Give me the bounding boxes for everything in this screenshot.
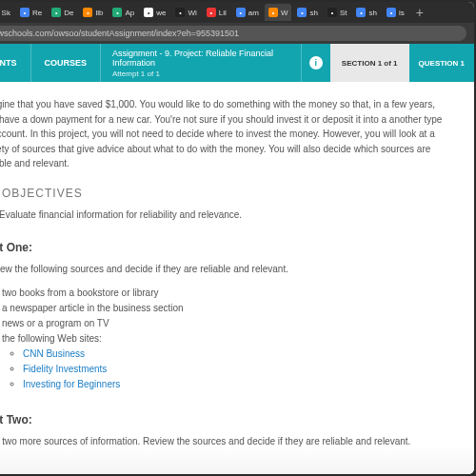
browser-tab[interactable]: •sh (293, 4, 321, 21)
nav-courses[interactable]: COURSES (31, 44, 102, 82)
browser-tab[interactable]: •W (265, 4, 292, 21)
info-button[interactable]: i (302, 44, 330, 82)
part-two-heading: Part Two: (0, 413, 446, 426)
list-item: two books from a bookstore or library (2, 286, 446, 301)
favicon-icon: • (112, 8, 122, 17)
tab-label: W (281, 9, 288, 17)
new-tab-button[interactable]: + (410, 5, 429, 20)
tab-label: Wi (188, 9, 196, 17)
favicon-icon: • (83, 8, 92, 17)
nav-assignments[interactable]: SIGNMENTS (0, 44, 31, 82)
lms-header: SIGNMENTS COURSES Assignment - 9. Projec… (0, 44, 474, 82)
objectives-title: OBJECTIVES (2, 187, 83, 200)
favicon-icon: • (268, 8, 278, 17)
link-investing[interactable]: Investing for Beginners (23, 379, 120, 389)
address-input[interactable] (0, 26, 466, 41)
browser-tab[interactable]: •Wi (171, 4, 200, 21)
tab-label: Re (32, 9, 42, 17)
browser-tab[interactable]: •Lil (203, 4, 230, 21)
browser-url-bar (0, 23, 474, 44)
list-item: a newspaper article in the business sect… (2, 301, 446, 316)
tab-label: sh (309, 9, 317, 17)
tab-label: am (248, 9, 259, 17)
browser-tab[interactable]: •is (383, 4, 408, 21)
info-icon: i (309, 56, 323, 69)
tab-label: sh (368, 9, 376, 17)
tab-label: De (64, 9, 73, 17)
part-two-intro: Find two more sources of information. Re… (0, 434, 446, 448)
favicon-icon: • (20, 8, 30, 17)
browser-tab[interactable]: •Ap (109, 4, 138, 21)
sources-list: two books from a bookstore or library a … (2, 286, 446, 392)
tab-label: we (156, 9, 166, 17)
list-item-label: the following Web sites: (2, 333, 102, 344)
question-indicator[interactable]: QUESTION 1 (409, 44, 474, 82)
favicon-icon: • (387, 8, 396, 17)
browser-tabs-bar: •W•Sk•Re•De•llb•Ap•we•Wi•Lil•am•W•sh•St•… (0, 2, 474, 23)
browser-tab[interactable]: •St (324, 4, 351, 21)
objective-text: Evaluate financial information for relia… (0, 209, 242, 220)
part-one-heading: Part One: (0, 241, 446, 254)
browser-tab[interactable]: •we (140, 4, 169, 21)
part-one-intro: Review the following sources and decide … (0, 262, 446, 276)
tab-label: Sk (2, 9, 10, 17)
assignment-info: Assignment - 9. Project: Reliable Financ… (101, 44, 302, 82)
tab-label: Lil (219, 9, 227, 17)
objective-item: ▸ Evaluate financial information for rel… (0, 209, 446, 220)
link-fidelity[interactable]: Fidelity Investments (23, 364, 107, 374)
browser-tab[interactable]: •Re (16, 4, 46, 21)
favicon-icon: • (144, 8, 153, 17)
list-item: news or a program on TV (2, 316, 446, 331)
objectives-header: ✓ OBJECTIVES (0, 187, 446, 200)
tab-label: St (340, 9, 347, 17)
intro-paragraph: Imagine that you have saved $1,000. You … (0, 97, 446, 171)
list-item: CNN Business (23, 347, 446, 362)
section-indicator[interactable]: SECTION 1 of 1 (330, 44, 409, 82)
tab-label: is (399, 9, 405, 17)
browser-tab[interactable]: •sh (352, 4, 380, 21)
favicon-icon: • (207, 8, 216, 17)
link-cnn[interactable]: CNN Business (23, 348, 85, 359)
list-item: Investing for Beginners (23, 377, 446, 392)
browser-tab[interactable]: •am (232, 4, 263, 21)
favicon-icon: • (175, 8, 185, 17)
attempt-label: Attempt 1 of 1 (112, 69, 289, 78)
favicon-icon: • (236, 8, 246, 17)
favicon-icon: • (297, 8, 307, 17)
list-item: Fidelity Investments (23, 362, 446, 377)
tab-label: llb (95, 9, 103, 17)
list-item: the following Web sites: CNN Business Fi… (2, 331, 446, 392)
tab-label: Ap (125, 9, 134, 17)
assignment-title: Assignment - 9. Project: Reliable Financ… (112, 49, 289, 68)
content-area: Imagine that you have saved $1,000. You … (0, 82, 474, 474)
browser-window: •W•Sk•Re•De•llb•Ap•we•Wi•Lil•am•W•sh•St•… (0, 2, 474, 474)
favicon-icon: • (356, 8, 366, 17)
browser-tab[interactable]: •llb (79, 4, 107, 21)
browser-tab[interactable]: •Sk (0, 4, 14, 21)
browser-tab[interactable]: •De (48, 4, 77, 21)
favicon-icon: • (51, 8, 61, 17)
websites-list: CNN Business Fidelity Investments Invest… (23, 347, 446, 392)
favicon-icon: • (327, 8, 337, 17)
